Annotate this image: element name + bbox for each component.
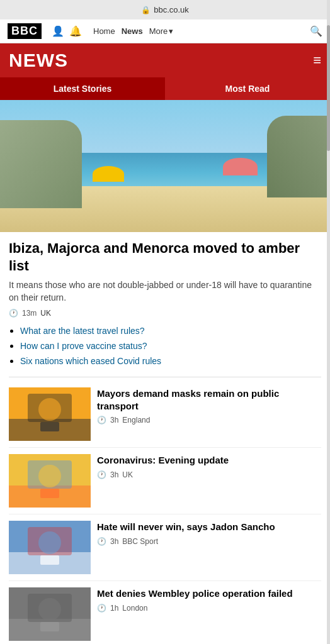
related-link-item: What are the latest travel rules? <box>20 325 321 336</box>
news-item-3[interactable]: Met denies Wembley police operation fail… <box>9 581 321 644</box>
news-item-time-0: 3h <box>110 416 118 425</box>
clock-icon-2: 🕐 <box>97 537 106 546</box>
user-icon[interactable]: 👤 <box>52 25 64 37</box>
hero-time: 13m <box>22 309 37 318</box>
related-link-2[interactable]: Six nations which eased Covid rules <box>20 356 161 366</box>
related-link-1[interactable]: How can I prove vaccine status? <box>20 341 147 351</box>
news-item-meta-2: 🕐 3h BBC Sport <box>97 537 321 546</box>
news-item-thumb-1 <box>9 454 91 508</box>
news-item-time-1: 3h <box>110 470 118 479</box>
news-item-meta-1: 🕐 3h UK <box>97 470 321 479</box>
news-item-time-3: 1h <box>110 604 118 613</box>
news-item-meta-0: 🕐 3h England <box>97 416 321 425</box>
news-item-tag-1: UK <box>122 470 133 479</box>
news-title: NEWS <box>9 50 68 71</box>
svg-rect-4 <box>40 422 59 431</box>
sub-nav: Latest Stories Most Read <box>0 77 330 100</box>
news-header: NEWS ≡ <box>0 43 330 77</box>
tab-latest-stories[interactable]: Latest Stories <box>0 77 165 100</box>
main-content: Ibiza, Majorca and Menorca moved to ambe… <box>0 232 330 644</box>
news-item-tag-0: England <box>122 416 150 425</box>
news-item-title-3[interactable]: Met denies Wembley police operation fail… <box>97 587 321 600</box>
hero-image <box>0 100 330 232</box>
news-item-1[interactable]: Coronavirus: Evening update 🕐 3h UK <box>9 448 321 514</box>
hero-summary: It means those who are not double-jabbed… <box>9 279 321 304</box>
related-link-0[interactable]: What are the latest travel rules? <box>20 326 145 336</box>
news-item-tag-2: BBC Sport <box>122 537 158 546</box>
svg-point-18 <box>38 598 61 621</box>
news-item-body-0: Mayors demand masks remain on public tra… <box>97 387 321 441</box>
browser-url: bbc.co.uk <box>154 5 189 14</box>
lock-icon: 🔒 <box>141 6 151 14</box>
svg-point-8 <box>38 465 61 487</box>
top-nav-icons: 👤 🔔 <box>52 25 82 37</box>
svg-point-3 <box>38 398 61 421</box>
browser-bar: 🔒 bbc.co.uk <box>0 0 330 19</box>
news-item-thumb-3 <box>9 587 91 641</box>
news-item-tag-3: London <box>122 604 147 613</box>
news-item-body-2: Hate will never win, says Jadon Sancho 🕐… <box>97 521 321 574</box>
tab-most-read[interactable]: Most Read <box>165 77 330 100</box>
hamburger-menu[interactable]: ≡ <box>313 52 321 69</box>
news-item-thumb-0 <box>9 387 91 441</box>
nav-news[interactable]: News <box>122 26 143 36</box>
related-link-item: How can I prove vaccine status? <box>20 340 321 352</box>
nav-home[interactable]: Home <box>93 26 115 36</box>
svg-point-13 <box>38 531 61 554</box>
news-item-time-2: 3h <box>110 537 118 546</box>
clock-icon: 🕐 <box>9 309 18 318</box>
hero-meta: 🕐 13m UK <box>9 309 321 318</box>
scroll-bar <box>327 0 330 644</box>
bell-icon[interactable]: 🔔 <box>69 25 82 37</box>
news-items-list: Mayors demand masks remain on public tra… <box>9 381 321 644</box>
search-icon[interactable]: 🔍 <box>310 25 322 37</box>
svg-rect-9 <box>40 489 59 498</box>
hero-headline[interactable]: Ibiza, Majorca and Menorca moved to ambe… <box>9 240 321 274</box>
hero-tag: UK <box>40 309 51 318</box>
news-item-2[interactable]: Hate will never win, says Jadon Sancho 🕐… <box>9 514 321 581</box>
news-item-title-1[interactable]: Coronavirus: Evening update <box>97 454 321 467</box>
news-item-0[interactable]: Mayors demand masks remain on public tra… <box>9 381 321 448</box>
svg-rect-19 <box>40 622 59 631</box>
svg-rect-14 <box>40 555 59 565</box>
news-item-thumb-2 <box>9 521 91 574</box>
divider <box>9 377 321 377</box>
clock-icon-3: 🕐 <box>97 604 106 613</box>
scroll-thumb <box>327 25 330 151</box>
clock-icon-1: 🕐 <box>97 470 106 479</box>
top-nav-links: Home News More ▾ <box>93 26 173 36</box>
nav-more[interactable]: More ▾ <box>149 26 174 36</box>
related-links-list: What are the latest travel rules? How ca… <box>9 325 321 367</box>
bbc-top-nav: BBC 👤 🔔 Home News More ▾ 🔍 <box>0 19 330 43</box>
news-item-title-0[interactable]: Mayors demand masks remain on public tra… <box>97 387 321 412</box>
news-item-title-2[interactable]: Hate will never win, says Jadon Sancho <box>97 521 321 533</box>
news-item-body-3: Met denies Wembley police operation fail… <box>97 587 321 641</box>
bbc-logo[interactable]: BBC <box>8 23 42 39</box>
related-link-item: Six nations which eased Covid rules <box>20 355 321 367</box>
clock-icon-0: 🕐 <box>97 416 106 425</box>
news-item-body-1: Coronavirus: Evening update 🕐 3h UK <box>97 454 321 508</box>
news-item-meta-3: 🕐 1h London <box>97 604 321 613</box>
